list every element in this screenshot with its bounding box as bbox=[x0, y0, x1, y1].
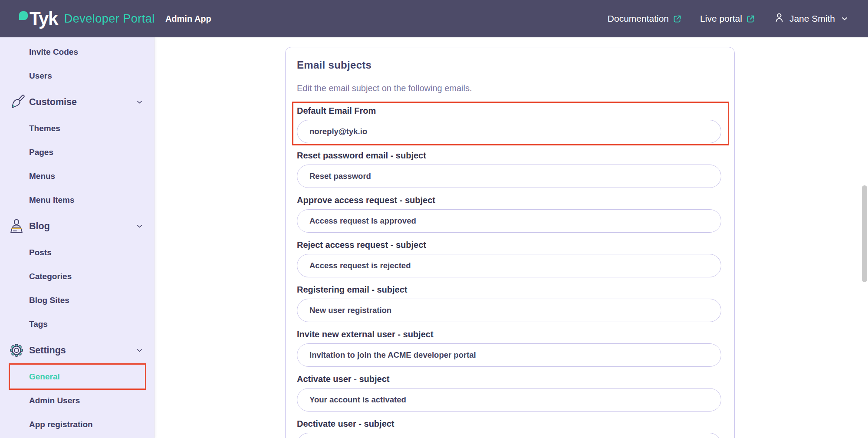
field-registering-email-subject: Registering email - subject bbox=[297, 284, 721, 322]
tyk-wordmark: Tyk bbox=[30, 7, 58, 30]
activate-user-subject-input[interactable] bbox=[297, 388, 721, 412]
sidebar-item-themes[interactable]: Themes bbox=[0, 116, 154, 140]
chevron-down-icon bbox=[135, 346, 144, 355]
user-name: Jane Smith bbox=[789, 13, 835, 24]
blog-writer-icon bbox=[8, 219, 25, 234]
field-deactivate-user-subject: Dectivate user - subject bbox=[297, 418, 721, 438]
sidebar-item-pages[interactable]: Pages bbox=[0, 140, 154, 164]
header-brand-group: Tyk Developer Portal Admin App bbox=[19, 7, 211, 30]
header-nav: Documentation Live portal bbox=[608, 12, 849, 26]
registering-email-subject-input[interactable] bbox=[297, 299, 721, 322]
sidebar-item-invite-codes[interactable]: Invite Codes bbox=[0, 40, 154, 64]
field-label: Default Email From bbox=[297, 105, 721, 116]
field-label: Reject access request - subject bbox=[297, 239, 721, 250]
admin-app-label: Admin App bbox=[165, 7, 211, 30]
sidebar-item-admin-users[interactable]: Admin Users bbox=[0, 389, 154, 412]
documentation-link[interactable]: Documentation bbox=[608, 13, 682, 24]
field-approve-access-subject: Approve access request - subject bbox=[297, 194, 721, 233]
chevron-down-icon bbox=[135, 98, 144, 106]
chevron-down-icon bbox=[840, 14, 849, 23]
field-label: Invite new external user - subject bbox=[297, 329, 721, 340]
sidebar-item-tags[interactable]: Tags bbox=[0, 312, 154, 336]
deactivate-user-subject-input[interactable] bbox=[297, 433, 721, 438]
tyk-leaf-icon bbox=[19, 11, 28, 20]
field-reset-password-subject: Reset password email - subject bbox=[297, 150, 721, 188]
field-default-email-from: Default Email From bbox=[297, 105, 721, 143]
gear-icon bbox=[8, 342, 25, 359]
reject-access-subject-input[interactable] bbox=[297, 254, 721, 277]
sidebar-item-users[interactable]: Users bbox=[0, 64, 154, 88]
field-label: Registering email - subject bbox=[297, 284, 721, 295]
email-subjects-card: Email subjects Edit the email subject on… bbox=[285, 47, 735, 438]
approve-access-subject-input[interactable] bbox=[297, 209, 721, 233]
field-label: Activate user - subject bbox=[297, 373, 721, 385]
sidebar-section-blog[interactable]: Blog bbox=[0, 212, 154, 240]
sidebar-item-app-registration[interactable]: App registration bbox=[0, 412, 154, 436]
user-icon bbox=[773, 12, 785, 26]
sidebar-item-menus[interactable]: Menus bbox=[0, 164, 154, 188]
top-header-bar: Tyk Developer Portal Admin App Documenta… bbox=[0, 0, 868, 37]
paintbrush-icon bbox=[8, 94, 25, 110]
sidebar-item-posts[interactable]: Posts bbox=[0, 240, 154, 264]
chevron-down-icon bbox=[135, 222, 144, 231]
sidebar-item-blog-sites[interactable]: Blog Sites bbox=[0, 288, 154, 312]
field-label: Approve access request - subject bbox=[297, 194, 721, 206]
card-subtitle: Edit the email subject on the following … bbox=[297, 82, 721, 94]
vertical-scrollbar-thumb[interactable] bbox=[862, 185, 867, 282]
field-invite-external-user-subject: Invite new external user - subject bbox=[297, 329, 721, 367]
sidebar-item-menu-items[interactable]: Menu Items bbox=[0, 188, 154, 212]
external-link-icon bbox=[673, 14, 682, 23]
sidebar-section-customise[interactable]: Customise bbox=[0, 88, 154, 116]
sidebar-nav: Invite Codes Users Customise Themes Page… bbox=[0, 37, 155, 438]
main-content: Email subjects Edit the email subject on… bbox=[155, 37, 868, 438]
reset-password-subject-input[interactable] bbox=[297, 165, 721, 188]
email-subject-fields: Default Email From Reset password email … bbox=[297, 105, 721, 438]
user-menu[interactable]: Jane Smith bbox=[773, 12, 849, 26]
field-label: Reset password email - subject bbox=[297, 150, 721, 161]
live-portal-link-label: Live portal bbox=[700, 13, 742, 24]
field-activate-user-subject: Activate user - subject bbox=[297, 373, 721, 412]
developer-portal-wordmark: Developer Portal bbox=[64, 7, 155, 30]
sidebar-section-settings[interactable]: Settings bbox=[0, 336, 154, 365]
invite-external-user-subject-input[interactable] bbox=[297, 343, 721, 367]
field-label: Dectivate user - subject bbox=[297, 418, 721, 429]
documentation-link-label: Documentation bbox=[608, 13, 669, 24]
field-reject-access-subject: Reject access request - subject bbox=[297, 239, 721, 277]
tyk-logo[interactable]: Tyk Developer Portal bbox=[19, 7, 155, 30]
sidebar-item-categories[interactable]: Categories bbox=[0, 264, 154, 288]
sidebar-item-general[interactable]: General bbox=[0, 365, 154, 389]
admin-portal-window: Tyk Developer Portal Admin App Documenta… bbox=[0, 0, 868, 438]
live-portal-link[interactable]: Live portal bbox=[700, 13, 755, 24]
card-title: Email subjects bbox=[297, 59, 721, 72]
external-link-icon bbox=[746, 14, 755, 23]
default-email-from-input[interactable] bbox=[297, 120, 721, 143]
